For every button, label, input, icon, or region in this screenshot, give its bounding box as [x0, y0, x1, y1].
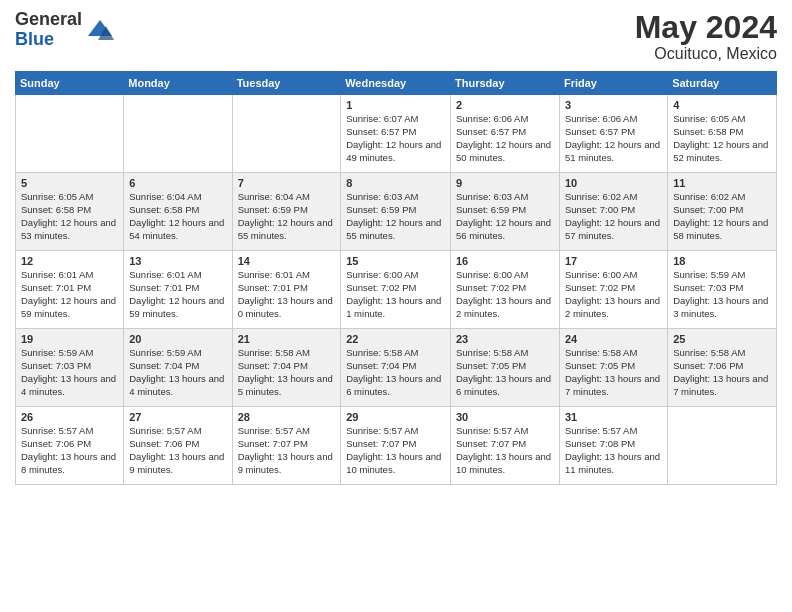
day-info: Sunrise: 6:04 AM Sunset: 6:58 PM Dayligh…: [129, 191, 226, 242]
day-number: 21: [238, 333, 336, 345]
day-info: Sunrise: 5:58 AM Sunset: 7:04 PM Dayligh…: [346, 347, 445, 398]
calendar-cell: 6Sunrise: 6:04 AM Sunset: 6:58 PM Daylig…: [124, 173, 232, 251]
day-number: 19: [21, 333, 118, 345]
logo-icon: [86, 16, 114, 44]
title-block: May 2024 Ocuituco, Mexico: [635, 10, 777, 63]
day-number: 7: [238, 177, 336, 189]
calendar-header: General Blue May 2024 Ocuituco, Mexico: [15, 10, 777, 63]
calendar-cell: [124, 95, 232, 173]
day-number: 14: [238, 255, 336, 267]
day-info: Sunrise: 5:59 AM Sunset: 7:03 PM Dayligh…: [21, 347, 118, 398]
day-info: Sunrise: 6:03 AM Sunset: 6:59 PM Dayligh…: [456, 191, 554, 242]
day-number: 6: [129, 177, 226, 189]
day-info: Sunrise: 5:58 AM Sunset: 7:05 PM Dayligh…: [456, 347, 554, 398]
day-info: Sunrise: 6:01 AM Sunset: 7:01 PM Dayligh…: [238, 269, 336, 320]
calendar-cell: 29Sunrise: 5:57 AM Sunset: 7:07 PM Dayli…: [341, 407, 451, 485]
days-header-row: SundayMondayTuesdayWednesdayThursdayFrid…: [16, 72, 777, 95]
calendar-cell: 23Sunrise: 5:58 AM Sunset: 7:05 PM Dayli…: [451, 329, 560, 407]
logo-blue: Blue: [15, 29, 54, 49]
day-info: Sunrise: 5:57 AM Sunset: 7:06 PM Dayligh…: [21, 425, 118, 476]
day-info: Sunrise: 5:58 AM Sunset: 7:04 PM Dayligh…: [238, 347, 336, 398]
day-number: 1: [346, 99, 445, 111]
day-info: Sunrise: 6:03 AM Sunset: 6:59 PM Dayligh…: [346, 191, 445, 242]
day-number: 31: [565, 411, 662, 423]
calendar-cell: 25Sunrise: 5:58 AM Sunset: 7:06 PM Dayli…: [668, 329, 777, 407]
calendar-cell: 17Sunrise: 6:00 AM Sunset: 7:02 PM Dayli…: [559, 251, 667, 329]
day-info: Sunrise: 6:06 AM Sunset: 6:57 PM Dayligh…: [456, 113, 554, 164]
day-number: 23: [456, 333, 554, 345]
day-number: 15: [346, 255, 445, 267]
calendar-cell: 30Sunrise: 5:57 AM Sunset: 7:07 PM Dayli…: [451, 407, 560, 485]
calendar-title: May 2024: [635, 10, 777, 45]
day-info: Sunrise: 5:58 AM Sunset: 7:05 PM Dayligh…: [565, 347, 662, 398]
calendar-cell: 9Sunrise: 6:03 AM Sunset: 6:59 PM Daylig…: [451, 173, 560, 251]
calendar-cell: 24Sunrise: 5:58 AM Sunset: 7:05 PM Dayli…: [559, 329, 667, 407]
day-number: 25: [673, 333, 771, 345]
calendar-cell: 3Sunrise: 6:06 AM Sunset: 6:57 PM Daylig…: [559, 95, 667, 173]
day-number: 26: [21, 411, 118, 423]
day-header-sunday: Sunday: [16, 72, 124, 95]
calendar-cell: 4Sunrise: 6:05 AM Sunset: 6:58 PM Daylig…: [668, 95, 777, 173]
day-number: 16: [456, 255, 554, 267]
calendar-cell: 11Sunrise: 6:02 AM Sunset: 7:00 PM Dayli…: [668, 173, 777, 251]
day-number: 10: [565, 177, 662, 189]
calendar-cell: 8Sunrise: 6:03 AM Sunset: 6:59 PM Daylig…: [341, 173, 451, 251]
day-info: Sunrise: 5:57 AM Sunset: 7:07 PM Dayligh…: [346, 425, 445, 476]
calendar-page: General Blue May 2024 Ocuituco, Mexico S…: [0, 0, 792, 612]
calendar-cell: 1Sunrise: 6:07 AM Sunset: 6:57 PM Daylig…: [341, 95, 451, 173]
calendar-cell: 5Sunrise: 6:05 AM Sunset: 6:58 PM Daylig…: [16, 173, 124, 251]
day-info: Sunrise: 5:57 AM Sunset: 7:07 PM Dayligh…: [238, 425, 336, 476]
day-info: Sunrise: 6:02 AM Sunset: 7:00 PM Dayligh…: [565, 191, 662, 242]
day-info: Sunrise: 6:05 AM Sunset: 6:58 PM Dayligh…: [21, 191, 118, 242]
week-row-4: 19Sunrise: 5:59 AM Sunset: 7:03 PM Dayli…: [16, 329, 777, 407]
day-info: Sunrise: 5:57 AM Sunset: 7:08 PM Dayligh…: [565, 425, 662, 476]
day-number: 29: [346, 411, 445, 423]
day-number: 18: [673, 255, 771, 267]
calendar-cell: 22Sunrise: 5:58 AM Sunset: 7:04 PM Dayli…: [341, 329, 451, 407]
calendar-cell: 31Sunrise: 5:57 AM Sunset: 7:08 PM Dayli…: [559, 407, 667, 485]
calendar-cell: 16Sunrise: 6:00 AM Sunset: 7:02 PM Dayli…: [451, 251, 560, 329]
week-row-3: 12Sunrise: 6:01 AM Sunset: 7:01 PM Dayli…: [16, 251, 777, 329]
day-number: 9: [456, 177, 554, 189]
calendar-cell: 20Sunrise: 5:59 AM Sunset: 7:04 PM Dayli…: [124, 329, 232, 407]
day-number: 12: [21, 255, 118, 267]
calendar-cell: 7Sunrise: 6:04 AM Sunset: 6:59 PM Daylig…: [232, 173, 341, 251]
day-number: 5: [21, 177, 118, 189]
day-info: Sunrise: 5:59 AM Sunset: 7:04 PM Dayligh…: [129, 347, 226, 398]
calendar-subtitle: Ocuituco, Mexico: [635, 45, 777, 63]
calendar-cell: 15Sunrise: 6:00 AM Sunset: 7:02 PM Dayli…: [341, 251, 451, 329]
day-info: Sunrise: 6:05 AM Sunset: 6:58 PM Dayligh…: [673, 113, 771, 164]
calendar-cell: 18Sunrise: 5:59 AM Sunset: 7:03 PM Dayli…: [668, 251, 777, 329]
day-number: 20: [129, 333, 226, 345]
calendar-cell: 12Sunrise: 6:01 AM Sunset: 7:01 PM Dayli…: [16, 251, 124, 329]
calendar-cell: 28Sunrise: 5:57 AM Sunset: 7:07 PM Dayli…: [232, 407, 341, 485]
day-info: Sunrise: 5:59 AM Sunset: 7:03 PM Dayligh…: [673, 269, 771, 320]
calendar-cell: 26Sunrise: 5:57 AM Sunset: 7:06 PM Dayli…: [16, 407, 124, 485]
week-row-1: 1Sunrise: 6:07 AM Sunset: 6:57 PM Daylig…: [16, 95, 777, 173]
day-number: 30: [456, 411, 554, 423]
calendar-cell: [16, 95, 124, 173]
logo: General Blue: [15, 10, 114, 50]
day-info: Sunrise: 6:00 AM Sunset: 7:02 PM Dayligh…: [456, 269, 554, 320]
day-info: Sunrise: 5:57 AM Sunset: 7:06 PM Dayligh…: [129, 425, 226, 476]
calendar-cell: 10Sunrise: 6:02 AM Sunset: 7:00 PM Dayli…: [559, 173, 667, 251]
day-info: Sunrise: 6:00 AM Sunset: 7:02 PM Dayligh…: [346, 269, 445, 320]
day-info: Sunrise: 6:06 AM Sunset: 6:57 PM Dayligh…: [565, 113, 662, 164]
day-info: Sunrise: 6:02 AM Sunset: 7:00 PM Dayligh…: [673, 191, 771, 242]
day-header-tuesday: Tuesday: [232, 72, 341, 95]
calendar-cell: 19Sunrise: 5:59 AM Sunset: 7:03 PM Dayli…: [16, 329, 124, 407]
day-header-thursday: Thursday: [451, 72, 560, 95]
day-info: Sunrise: 6:01 AM Sunset: 7:01 PM Dayligh…: [129, 269, 226, 320]
day-number: 24: [565, 333, 662, 345]
day-number: 13: [129, 255, 226, 267]
day-number: 11: [673, 177, 771, 189]
day-info: Sunrise: 6:07 AM Sunset: 6:57 PM Dayligh…: [346, 113, 445, 164]
day-header-wednesday: Wednesday: [341, 72, 451, 95]
day-number: 22: [346, 333, 445, 345]
day-info: Sunrise: 6:04 AM Sunset: 6:59 PM Dayligh…: [238, 191, 336, 242]
week-row-2: 5Sunrise: 6:05 AM Sunset: 6:58 PM Daylig…: [16, 173, 777, 251]
calendar-cell: 13Sunrise: 6:01 AM Sunset: 7:01 PM Dayli…: [124, 251, 232, 329]
day-header-friday: Friday: [559, 72, 667, 95]
day-number: 28: [238, 411, 336, 423]
calendar-cell: [668, 407, 777, 485]
